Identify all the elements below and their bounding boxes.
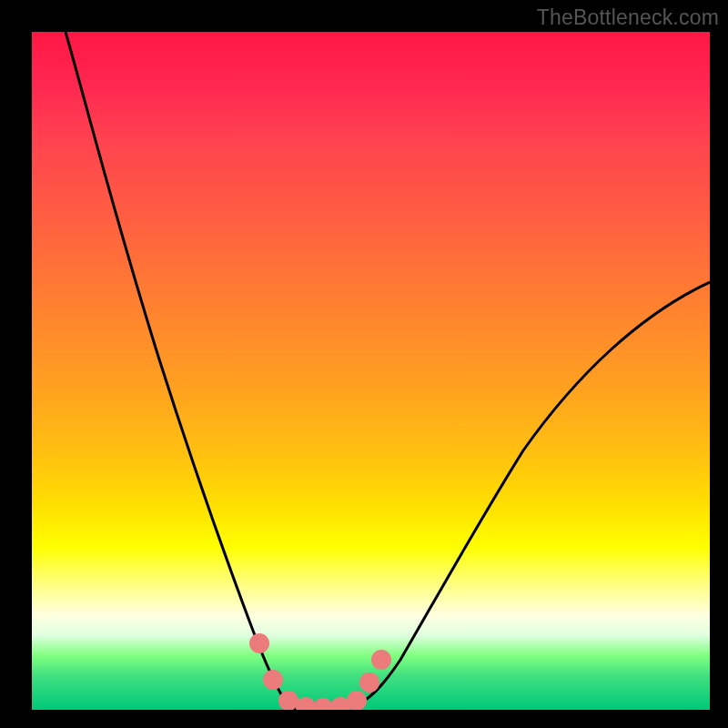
marker-dot bbox=[359, 672, 379, 693]
marker-dot bbox=[278, 691, 298, 710]
marker-dot bbox=[313, 698, 333, 710]
marker-dot bbox=[371, 650, 391, 670]
marker-dot bbox=[296, 697, 316, 710]
watermark-text: TheBottleneck.com bbox=[537, 5, 719, 30]
bottleneck-curve-right bbox=[305, 282, 710, 709]
marker-group bbox=[249, 633, 391, 710]
marker-dot bbox=[263, 670, 283, 690]
bottleneck-curve-left bbox=[66, 32, 305, 709]
marker-dot bbox=[249, 633, 269, 653]
marker-dot bbox=[347, 691, 367, 710]
chart-svg bbox=[32, 32, 710, 710]
